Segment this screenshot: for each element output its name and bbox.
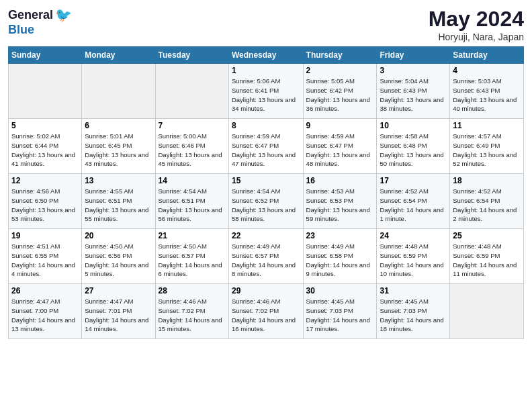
day-cell: 7Sunrise: 5:00 AM Sunset: 6:46 PM Daylig… xyxy=(155,119,228,174)
day-info: Sunrise: 4:49 AM Sunset: 6:57 PM Dayligh… xyxy=(232,242,300,279)
day-info: Sunrise: 4:47 AM Sunset: 7:01 PM Dayligh… xyxy=(85,297,152,334)
day-cell: 11Sunrise: 4:57 AM Sunset: 6:49 PM Dayli… xyxy=(450,119,524,174)
day-cell: 13Sunrise: 4:55 AM Sunset: 6:51 PM Dayli… xyxy=(82,174,155,229)
day-info: Sunrise: 4:57 AM Sunset: 6:49 PM Dayligh… xyxy=(453,132,521,169)
week-row-5: 26Sunrise: 4:47 AM Sunset: 7:00 PM Dayli… xyxy=(9,284,524,339)
day-info: Sunrise: 5:00 AM Sunset: 6:46 PM Dayligh… xyxy=(159,132,226,169)
day-cell: 3Sunrise: 5:04 AM Sunset: 6:43 PM Daylig… xyxy=(377,64,450,119)
day-cell: 14Sunrise: 4:54 AM Sunset: 6:51 PM Dayli… xyxy=(155,174,228,229)
day-cell: 1Sunrise: 5:06 AM Sunset: 6:41 PM Daylig… xyxy=(228,64,303,119)
day-info: Sunrise: 4:50 AM Sunset: 6:56 PM Dayligh… xyxy=(85,242,152,279)
day-info: Sunrise: 4:47 AM Sunset: 7:00 PM Dayligh… xyxy=(11,297,79,334)
day-info: Sunrise: 4:56 AM Sunset: 6:50 PM Dayligh… xyxy=(11,187,79,224)
day-cell: 2Sunrise: 5:05 AM Sunset: 6:42 PM Daylig… xyxy=(303,64,377,119)
day-cell: 20Sunrise: 4:50 AM Sunset: 6:56 PM Dayli… xyxy=(82,229,155,284)
day-number: 16 xyxy=(306,176,374,185)
day-info: Sunrise: 5:04 AM Sunset: 6:43 PM Dayligh… xyxy=(380,77,447,113)
day-info: Sunrise: 4:48 AM Sunset: 6:59 PM Dayligh… xyxy=(453,242,521,279)
day-number: 25 xyxy=(453,231,521,240)
weekday-header-row: SundayMondayTuesdayWednesdayThursdayFrid… xyxy=(9,47,524,64)
day-cell: 23Sunrise: 4:49 AM Sunset: 6:58 PM Dayli… xyxy=(303,229,377,284)
day-cell: 17Sunrise: 4:52 AM Sunset: 6:54 PM Dayli… xyxy=(377,174,450,229)
logo-bird-icon: 🐦 xyxy=(55,7,72,23)
day-number: 18 xyxy=(453,176,521,185)
logo: General 🐦 Blue xyxy=(8,7,72,37)
day-cell: 29Sunrise: 4:46 AM Sunset: 7:02 PM Dayli… xyxy=(228,284,303,339)
day-cell xyxy=(450,284,524,339)
day-info: Sunrise: 4:55 AM Sunset: 6:51 PM Dayligh… xyxy=(85,187,152,224)
day-cell xyxy=(155,64,228,119)
day-number: 6 xyxy=(85,121,152,130)
logo-general-text: General xyxy=(8,8,53,22)
day-number: 19 xyxy=(11,231,79,240)
day-info: Sunrise: 5:06 AM Sunset: 6:41 PM Dayligh… xyxy=(232,77,300,113)
day-info: Sunrise: 4:59 AM Sunset: 6:47 PM Dayligh… xyxy=(306,132,374,169)
day-number: 23 xyxy=(306,231,374,240)
day-number: 9 xyxy=(306,121,374,130)
day-info: Sunrise: 4:52 AM Sunset: 6:54 PM Dayligh… xyxy=(453,187,521,224)
day-cell: 28Sunrise: 4:46 AM Sunset: 7:02 PM Dayli… xyxy=(155,284,228,339)
day-cell: 19Sunrise: 4:51 AM Sunset: 6:55 PM Dayli… xyxy=(9,229,82,284)
day-number: 11 xyxy=(453,121,521,130)
day-cell xyxy=(9,64,82,119)
day-number: 17 xyxy=(380,176,447,185)
logo-blue-text: Blue xyxy=(8,23,34,37)
weekday-header-friday: Friday xyxy=(377,47,450,64)
day-number: 22 xyxy=(232,231,300,240)
day-cell: 4Sunrise: 5:03 AM Sunset: 6:43 PM Daylig… xyxy=(450,64,524,119)
day-number: 28 xyxy=(159,286,226,295)
day-info: Sunrise: 4:46 AM Sunset: 7:02 PM Dayligh… xyxy=(232,297,300,334)
day-cell: 26Sunrise: 4:47 AM Sunset: 7:00 PM Dayli… xyxy=(9,284,82,339)
day-cell: 5Sunrise: 5:02 AM Sunset: 6:44 PM Daylig… xyxy=(9,119,82,174)
weekday-header-monday: Monday xyxy=(82,47,155,64)
day-number: 4 xyxy=(453,66,521,75)
day-number: 15 xyxy=(232,176,300,185)
day-cell: 9Sunrise: 4:59 AM Sunset: 6:47 PM Daylig… xyxy=(303,119,377,174)
day-number: 24 xyxy=(380,231,447,240)
weekday-header-tuesday: Tuesday xyxy=(155,47,228,64)
day-info: Sunrise: 4:45 AM Sunset: 7:03 PM Dayligh… xyxy=(306,297,374,334)
day-number: 12 xyxy=(11,176,79,185)
day-cell: 8Sunrise: 4:59 AM Sunset: 6:47 PM Daylig… xyxy=(228,119,303,174)
day-number: 29 xyxy=(232,286,300,295)
day-number: 13 xyxy=(85,176,152,185)
week-row-2: 5Sunrise: 5:02 AM Sunset: 6:44 PM Daylig… xyxy=(9,119,524,174)
day-cell: 25Sunrise: 4:48 AM Sunset: 6:59 PM Dayli… xyxy=(450,229,524,284)
day-number: 7 xyxy=(159,121,226,130)
day-info: Sunrise: 5:02 AM Sunset: 6:44 PM Dayligh… xyxy=(11,132,79,169)
day-number: 30 xyxy=(306,286,374,295)
day-info: Sunrise: 4:52 AM Sunset: 6:54 PM Dayligh… xyxy=(380,187,447,224)
day-cell: 15Sunrise: 4:54 AM Sunset: 6:52 PM Dayli… xyxy=(228,174,303,229)
day-info: Sunrise: 4:50 AM Sunset: 6:57 PM Dayligh… xyxy=(159,242,226,279)
day-number: 20 xyxy=(85,231,152,240)
day-info: Sunrise: 4:48 AM Sunset: 6:59 PM Dayligh… xyxy=(380,242,447,279)
day-cell: 31Sunrise: 4:45 AM Sunset: 7:03 PM Dayli… xyxy=(377,284,450,339)
week-row-4: 19Sunrise: 4:51 AM Sunset: 6:55 PM Dayli… xyxy=(9,229,524,284)
day-number: 26 xyxy=(11,286,79,295)
day-cell xyxy=(82,64,155,119)
day-info: Sunrise: 4:51 AM Sunset: 6:55 PM Dayligh… xyxy=(11,242,79,279)
day-info: Sunrise: 4:45 AM Sunset: 7:03 PM Dayligh… xyxy=(380,297,447,334)
day-cell: 18Sunrise: 4:52 AM Sunset: 6:54 PM Dayli… xyxy=(450,174,524,229)
day-number: 1 xyxy=(232,66,300,75)
day-info: Sunrise: 4:54 AM Sunset: 6:51 PM Dayligh… xyxy=(159,187,226,224)
weekday-header-wednesday: Wednesday xyxy=(228,47,303,64)
day-info: Sunrise: 5:03 AM Sunset: 6:43 PM Dayligh… xyxy=(453,77,521,113)
day-info: Sunrise: 4:53 AM Sunset: 6:53 PM Dayligh… xyxy=(306,187,374,224)
header: General 🐦 Blue May 2024 Horyuji, Nara, J… xyxy=(8,7,524,42)
day-number: 31 xyxy=(380,286,447,295)
day-number: 21 xyxy=(159,231,226,240)
day-info: Sunrise: 5:01 AM Sunset: 6:45 PM Dayligh… xyxy=(85,132,152,169)
weekday-header-sunday: Sunday xyxy=(9,47,82,64)
day-cell: 30Sunrise: 4:45 AM Sunset: 7:03 PM Dayli… xyxy=(303,284,377,339)
weekday-header-saturday: Saturday xyxy=(450,47,524,64)
day-number: 8 xyxy=(232,121,300,130)
day-cell: 27Sunrise: 4:47 AM Sunset: 7:01 PM Dayli… xyxy=(82,284,155,339)
day-number: 14 xyxy=(159,176,226,185)
location: Horyuji, Nara, Japan xyxy=(429,32,524,42)
day-number: 10 xyxy=(380,121,447,130)
week-row-3: 12Sunrise: 4:56 AM Sunset: 6:50 PM Dayli… xyxy=(9,174,524,229)
day-cell: 12Sunrise: 4:56 AM Sunset: 6:50 PM Dayli… xyxy=(9,174,82,229)
day-info: Sunrise: 4:58 AM Sunset: 6:48 PM Dayligh… xyxy=(380,132,447,169)
day-info: Sunrise: 5:05 AM Sunset: 6:42 PM Dayligh… xyxy=(306,77,374,113)
